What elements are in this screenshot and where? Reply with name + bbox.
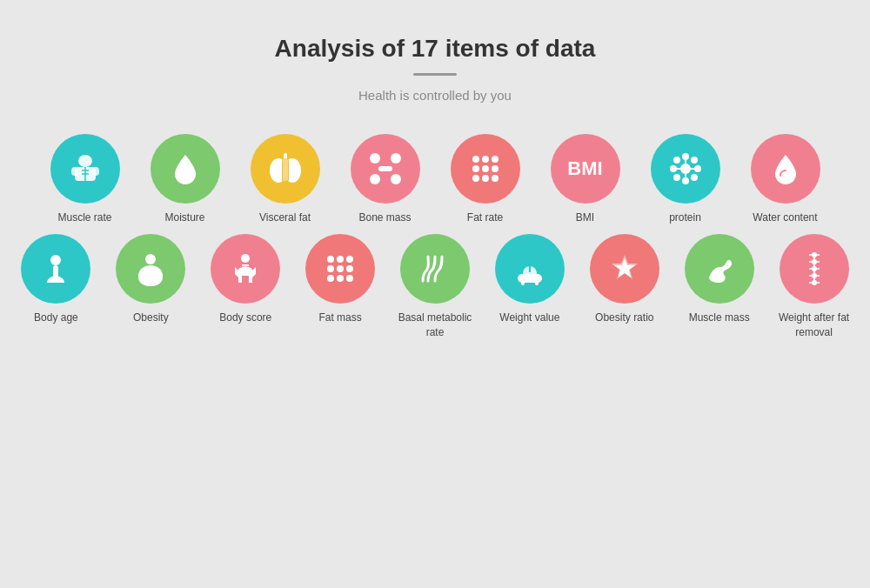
icon-circle-visceral-fat [251, 134, 320, 204]
label-weight-value: Weight value [499, 311, 559, 325]
svg-point-33 [673, 174, 680, 181]
svg-rect-2 [71, 167, 78, 176]
icon-item-weight-value: Weight value [491, 234, 568, 340]
spine-icon [795, 250, 833, 288]
icon-item-protein: protein [644, 134, 726, 225]
title-divider [413, 73, 457, 76]
svg-point-19 [492, 156, 499, 163]
label-basal-metabolic-rate: Basal metabolic rate [397, 311, 474, 340]
svg-point-34 [691, 174, 698, 181]
icon-item-visceral-fat: Visceral fat [244, 134, 326, 225]
svg-point-20 [472, 165, 479, 172]
icon-circle-weight-value [495, 234, 565, 304]
label-body-age: Body age [34, 311, 78, 325]
bone-icon [366, 150, 405, 188]
svg-point-24 [482, 175, 489, 182]
icons-row-2: Body age Obesity [17, 234, 853, 340]
svg-point-22 [492, 165, 499, 172]
svg-point-49 [337, 265, 344, 272]
label-visceral-fat: Visceral fat [259, 210, 311, 225]
svg-point-23 [472, 175, 479, 182]
icon-item-basal-metabolic-rate: Basal metabolic rate [397, 234, 474, 340]
icon-circle-basal-metabolic-rate [400, 234, 470, 304]
svg-point-27 [682, 153, 689, 160]
svg-point-31 [673, 157, 680, 164]
label-fat-rate: Fat rate [467, 210, 503, 225]
icon-circle-muscle-mass [685, 234, 754, 304]
icon-item-weight-after-fat-removal: Weight after fat removal [775, 234, 853, 340]
icon-item-obesity: Obesity [112, 234, 190, 340]
label-bmi: BMI [576, 210, 594, 225]
icon-circle-bmi: BMI [551, 134, 620, 204]
icon-circle-body-score [211, 234, 280, 304]
svg-rect-40 [53, 265, 58, 279]
svg-rect-11 [283, 158, 288, 181]
svg-point-30 [694, 165, 701, 172]
svg-rect-54 [518, 274, 542, 283]
icons-row-1: Muscle rate Moisture [17, 134, 853, 225]
obesity-icon [131, 250, 170, 288]
muscle-icon [66, 150, 104, 188]
svg-point-15 [391, 174, 401, 184]
icon-circle-protein [651, 134, 720, 204]
svg-rect-16 [378, 166, 392, 171]
bodyage-icon [37, 250, 75, 288]
svg-point-41 [145, 254, 156, 264]
label-bone-mass: Bone mass [358, 210, 411, 225]
icon-item-moisture: Moisture [144, 134, 226, 225]
icon-item-fat-mass: Fat mass [302, 234, 379, 340]
icon-circle-obesity-ratio [590, 234, 659, 304]
protein-icon [666, 150, 705, 188]
icon-item-body-age: Body age [17, 234, 95, 340]
svg-point-45 [327, 256, 334, 263]
icon-item-muscle-mass: Muscle mass [680, 234, 758, 340]
icon-circle-weight-after-fat-removal [780, 234, 849, 304]
svg-rect-56 [521, 281, 525, 285]
musclemass-icon [700, 250, 739, 288]
svg-point-53 [346, 275, 353, 282]
label-fat-mass: Fat mass [318, 311, 361, 325]
svg-point-50 [346, 265, 353, 272]
svg-point-46 [337, 256, 344, 263]
page-title: Analysis of 17 items of data [275, 35, 596, 63]
svg-point-17 [472, 156, 479, 163]
svg-rect-0 [78, 155, 92, 167]
svg-point-18 [482, 156, 489, 163]
icon-item-bmi: BMI BMI [544, 134, 626, 225]
svg-point-21 [482, 165, 489, 172]
obesityratio-icon [606, 250, 644, 288]
icon-item-bone-mass: Bone mass [344, 134, 426, 225]
label-obesity-ratio: Obesity ratio [595, 311, 653, 325]
svg-rect-3 [92, 167, 99, 176]
lungs-icon [266, 150, 304, 188]
svg-point-39 [50, 255, 61, 265]
label-protein: protein [669, 210, 701, 225]
icon-circle-fat-mass [305, 234, 375, 304]
svg-point-43 [241, 254, 250, 263]
svg-point-12 [370, 153, 380, 164]
bodyscore-icon [226, 250, 264, 288]
icon-circle-obesity [116, 234, 185, 304]
fatrate-icon [466, 150, 505, 188]
label-obesity: Obesity [133, 311, 169, 325]
svg-point-14 [370, 174, 380, 184]
label-moisture: Moisture [164, 210, 204, 225]
label-muscle-mass: Muscle mass [689, 311, 750, 325]
icon-circle-water-content [751, 134, 820, 204]
fatmass-icon [321, 250, 359, 288]
label-muscle-rate: Muscle rate [57, 210, 111, 225]
scale-icon [511, 250, 549, 288]
svg-point-29 [670, 165, 677, 172]
icon-circle-bone-mass [351, 134, 420, 204]
svg-rect-57 [535, 281, 539, 285]
waterdrop-icon [766, 150, 805, 188]
icon-item-obesity-ratio: Obesity ratio [586, 234, 663, 340]
icon-item-body-score: Body score [207, 234, 284, 340]
svg-point-52 [337, 275, 344, 282]
svg-point-47 [346, 256, 353, 263]
metabolic-icon [416, 250, 454, 288]
svg-point-13 [391, 153, 401, 164]
droplet-icon [166, 150, 204, 188]
svg-point-26 [680, 164, 691, 174]
svg-point-28 [682, 177, 689, 184]
